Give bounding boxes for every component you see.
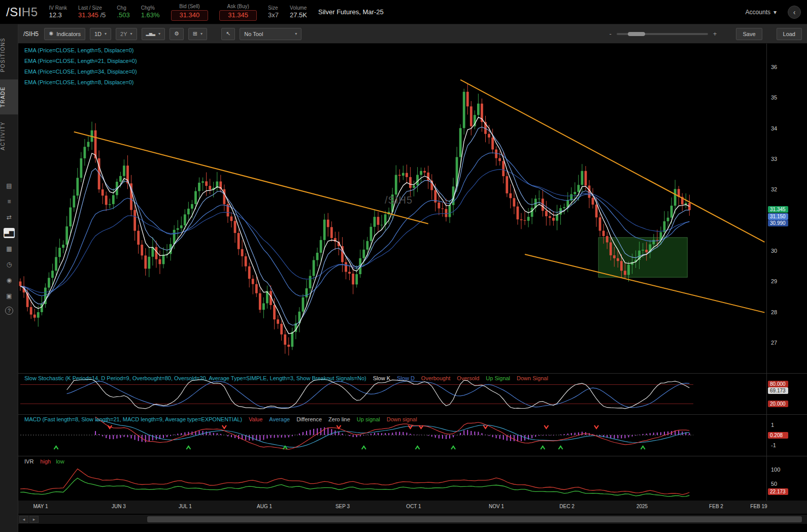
- price-tick: 27: [771, 340, 777, 346]
- zoom-slider[interactable]: [617, 33, 708, 35]
- ivr-study-label[interactable]: IVR: [24, 458, 33, 464]
- indicators-button[interactable]: ✺ Indicators: [44, 28, 85, 40]
- stochastic-study-label[interactable]: Slow Stochastic (K Period=14, D Period=9…: [24, 375, 366, 381]
- symbol-title: /SIH5: [6, 5, 38, 19]
- watchlist-icon[interactable]: ≡: [4, 196, 15, 207]
- last-size-label: Last / Size: [78, 5, 106, 11]
- price-tick: 36: [771, 64, 777, 70]
- grid-layout-dropdown[interactable]: ⊞ ▾: [188, 28, 207, 40]
- range-dropdown[interactable]: 2Y▾: [116, 28, 137, 40]
- time-tick: OCT 1: [406, 504, 421, 509]
- scroll-right-button[interactable]: ▸: [29, 516, 39, 523]
- indicators-icon: ✺: [49, 30, 53, 37]
- left-sidebar: POSITIONSTRADEACTIVITY ▤≡⇄▃▆▦◷◉▣?: [0, 24, 18, 532]
- chg-value: .503: [117, 11, 129, 20]
- help-icon[interactable]: ?: [5, 307, 13, 315]
- volume-field: Volume 27.5K: [290, 5, 307, 20]
- transfers-icon[interactable]: ⇄: [4, 212, 15, 222]
- sidebar-tab-positions[interactable]: POSITIONS: [0, 30, 18, 79]
- zoom-in-button[interactable]: +: [713, 30, 717, 38]
- panel-divider: [18, 414, 807, 415]
- bid-button[interactable]: 31.340: [171, 10, 209, 21]
- quote-header: /SIH5 IV Rank 12.3 Last / Size 31.345 /5…: [0, 0, 807, 24]
- clients-icon[interactable]: ◉: [4, 275, 15, 285]
- chart-type-dropdown[interactable]: ▂▅▃ ▾: [142, 28, 165, 40]
- price-tick: 32: [771, 186, 777, 192]
- ema-study-label[interactable]: EMA (Price=CLOSE, Length=5, Displace=0): [24, 45, 137, 56]
- last-price-badge: 31.345: [768, 206, 788, 213]
- time-tick: NOV 1: [489, 504, 504, 509]
- time-tick: JUN 3: [112, 504, 126, 509]
- last-size-field: Last / Size 31.345 /5: [78, 5, 106, 20]
- volume-value: 27.5K: [290, 11, 307, 20]
- ema-study-label[interactable]: EMA (Price=CLOSE, Length=21, Displace=0): [24, 56, 137, 66]
- legend-item: low: [56, 458, 64, 464]
- ema-study-label[interactable]: EMA (Price=CLOSE, Length=8, Displace=0): [24, 77, 137, 88]
- time-tick: 2025: [636, 504, 648, 509]
- zoom-out-button[interactable]: -: [610, 30, 612, 38]
- save-button[interactable]: Save: [736, 28, 762, 40]
- monitor-icon[interactable]: ▤: [4, 181, 15, 191]
- time-axis[interactable]: MAY 1JUN 3JUL 1AUG 1SEP 3OCT 1NOV 1DEC 2…: [18, 501, 807, 514]
- drawing-tool-dropdown[interactable]: No Tool▾: [240, 28, 301, 40]
- history-icon[interactable]: ◷: [4, 259, 15, 270]
- stochastic-legend-row: Slow Stochastic (K Period=14, D Period=9…: [24, 375, 548, 381]
- last-size-value: /5: [100, 11, 106, 19]
- ask-label: Ask (Buy): [227, 3, 249, 10]
- legend-item: Overbought: [421, 375, 450, 381]
- time-tick: DEC 2: [559, 504, 574, 509]
- macd-legend-row: MACD (Fast length=8, Slow length=21, MAC…: [24, 416, 417, 422]
- sidebar-tab-trade[interactable]: TRADE: [0, 79, 18, 114]
- load-button[interactable]: Load: [777, 28, 802, 40]
- iv-rank-value: 12.3: [49, 11, 68, 20]
- price-axis[interactable]: 36353433323130292827 31.345 31.150 30.99…: [766, 44, 807, 513]
- scroll-left-button[interactable]: ◂: [19, 516, 28, 523]
- chart-scrollbar[interactable]: ◂ ▸: [18, 515, 807, 524]
- cursor-icon: ↖: [226, 30, 230, 37]
- iv-rank-label: IV Rank: [49, 5, 68, 11]
- volume-label: Volume: [290, 5, 307, 11]
- grid-icon: ⊞: [193, 30, 197, 37]
- scrollbar-thumb[interactable]: [147, 516, 802, 522]
- ask-field: Ask (Buy) 31.345: [219, 3, 257, 21]
- ivr-panel[interactable]: [18, 457, 766, 501]
- size-value: 3x7: [268, 11, 279, 20]
- legend-item: Down signal: [387, 416, 417, 422]
- calendar-icon[interactable]: ▣: [4, 291, 15, 301]
- collapse-panel-button[interactable]: ‹: [788, 6, 801, 19]
- macd-value-badge: 0.208: [768, 432, 788, 439]
- chevron-down-icon: ▾: [200, 31, 203, 36]
- accounts-dropdown[interactable]: Accounts▾: [746, 9, 777, 16]
- price-tick: 30: [771, 248, 777, 254]
- chart-icon[interactable]: ▃▆: [4, 228, 15, 238]
- chg-label: Chg: [117, 5, 129, 11]
- grid-icon[interactable]: ▦: [4, 244, 15, 254]
- timeframe-dropdown[interactable]: 1D▾: [90, 28, 111, 40]
- pointer-tool-button[interactable]: ↖: [221, 28, 235, 40]
- price-tick: 34: [771, 125, 777, 131]
- panel-divider: [18, 373, 807, 374]
- chart-settings-button[interactable]: ⚙: [170, 28, 184, 40]
- price-tick: 29: [771, 278, 777, 284]
- chevron-down-icon: ▾: [295, 31, 297, 36]
- price-chart[interactable]: [18, 44, 766, 373]
- time-tick: AUG 1: [257, 504, 272, 509]
- chevron-down-icon: ▾: [105, 31, 107, 36]
- legend-item: Zero line: [328, 416, 350, 422]
- ivr-legend-row: IVR highlow: [24, 458, 64, 464]
- stoch-value-badge: 69.173: [768, 387, 788, 394]
- ema-study-label[interactable]: EMA (Price=CLOSE, Length=34, Displace=0): [24, 66, 137, 77]
- ivr-axis-mid: 50: [771, 481, 777, 487]
- contract-description: Silver Futures, Mar-25: [318, 8, 384, 16]
- legend-item: Slow K: [373, 375, 390, 381]
- price-tick: 28: [771, 309, 777, 315]
- ask-button[interactable]: 31.345: [219, 10, 257, 21]
- ema21-badge: 31.150: [768, 213, 788, 220]
- sidebar-tab-activity[interactable]: ACTIVITY: [0, 114, 18, 157]
- macd-study-label[interactable]: MACD (Fast length=8, Slow length=21, MAC…: [24, 416, 242, 422]
- time-tick: FEB 19: [750, 504, 767, 509]
- legend-item: Up Signal: [486, 375, 510, 381]
- zoom-slider-thumb[interactable]: [628, 32, 645, 36]
- legend-item: Average: [269, 416, 290, 422]
- chg-field: Chg .503: [117, 5, 129, 20]
